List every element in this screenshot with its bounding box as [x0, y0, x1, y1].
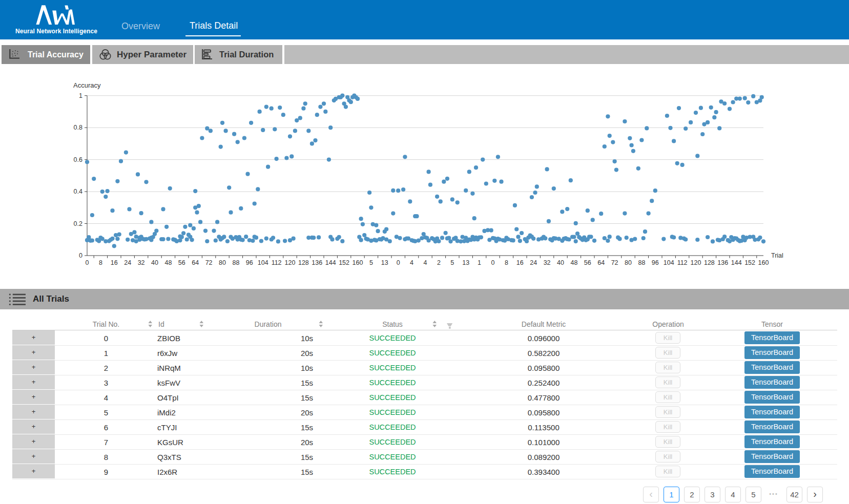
svg-text:120: 120 [285, 259, 296, 266]
svg-text:24: 24 [530, 259, 537, 266]
svg-text:72: 72 [205, 259, 213, 266]
svg-text:1: 1 [478, 259, 481, 266]
svg-text:32: 32 [544, 259, 551, 266]
svg-text:1: 1 [79, 92, 82, 99]
svg-text:24: 24 [124, 259, 131, 266]
svg-text:144: 144 [325, 259, 336, 266]
svg-text:4: 4 [424, 259, 427, 266]
svg-text:0.4: 0.4 [74, 188, 82, 195]
svg-text:160: 160 [353, 259, 363, 266]
svg-text:104: 104 [664, 259, 674, 266]
svg-text:8: 8 [505, 259, 508, 266]
svg-text:40: 40 [151, 259, 158, 266]
svg-text:136: 136 [717, 259, 728, 266]
svg-text:0.2: 0.2 [74, 220, 82, 227]
svg-text:88: 88 [638, 259, 645, 266]
svg-text:104: 104 [258, 259, 268, 266]
svg-text:16: 16 [111, 259, 118, 266]
svg-text:0: 0 [491, 259, 495, 266]
svg-text:112: 112 [677, 259, 688, 266]
svg-text:136: 136 [312, 259, 322, 266]
svg-text:96: 96 [246, 259, 253, 266]
svg-text:32: 32 [138, 259, 145, 266]
svg-text:0: 0 [86, 259, 89, 266]
svg-text:16: 16 [516, 259, 524, 266]
svg-text:Accuracy: Accuracy [73, 81, 101, 89]
svg-text:144: 144 [731, 259, 742, 266]
svg-text:64: 64 [597, 259, 605, 266]
svg-text:120: 120 [691, 259, 701, 266]
svg-text:128: 128 [298, 259, 309, 266]
svg-text:4: 4 [410, 259, 413, 266]
svg-text:48: 48 [164, 259, 172, 266]
svg-text:5: 5 [369, 259, 373, 266]
svg-text:80: 80 [625, 259, 632, 266]
svg-text:152: 152 [744, 259, 755, 266]
svg-text:96: 96 [652, 259, 659, 266]
svg-text:0: 0 [397, 259, 400, 266]
svg-text:160: 160 [758, 259, 769, 266]
svg-text:56: 56 [584, 259, 591, 266]
svg-text:112: 112 [272, 259, 282, 266]
svg-text:56: 56 [178, 259, 185, 266]
svg-text:0.8: 0.8 [74, 124, 82, 131]
svg-text:128: 128 [704, 259, 715, 266]
svg-text:Trial: Trial [771, 252, 783, 259]
svg-text:64: 64 [192, 259, 199, 266]
svg-text:72: 72 [611, 259, 618, 266]
svg-text:8: 8 [99, 259, 102, 266]
svg-text:88: 88 [232, 259, 239, 266]
svg-text:80: 80 [219, 259, 226, 266]
svg-text:0.6: 0.6 [74, 156, 82, 163]
svg-text:13: 13 [462, 259, 469, 266]
svg-text:5: 5 [450, 259, 454, 266]
svg-text:13: 13 [381, 259, 388, 266]
svg-text:40: 40 [557, 259, 564, 266]
svg-text:2: 2 [437, 259, 441, 266]
svg-text:0: 0 [79, 252, 82, 259]
svg-text:152: 152 [339, 259, 349, 266]
svg-text:48: 48 [570, 259, 577, 266]
